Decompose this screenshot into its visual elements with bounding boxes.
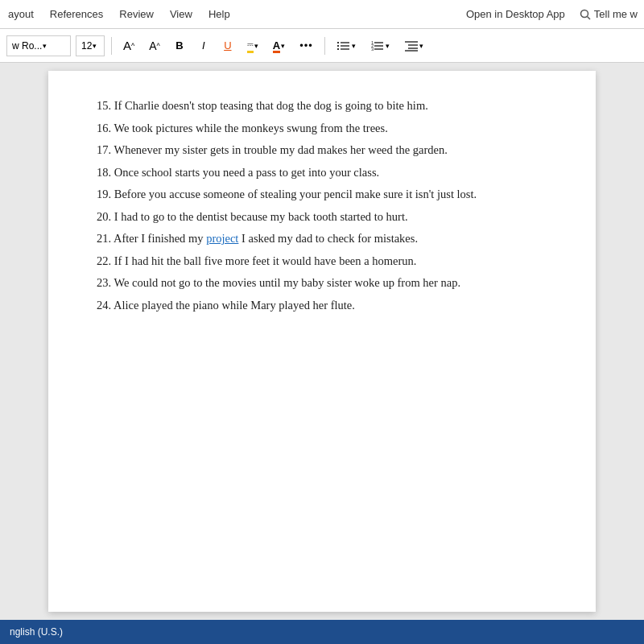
- font-name-dropdown-icon: ▾: [43, 42, 47, 50]
- menu-help[interactable]: Help: [200, 5, 238, 23]
- language-status: nglish (U.S.): [10, 626, 63, 638]
- line-21-project-link[interactable]: project: [206, 232, 238, 245]
- list-style-button-1[interactable]: ▾: [332, 35, 361, 56]
- list-icon-1: [336, 40, 351, 52]
- line-21: 21. After I finished my project I asked …: [97, 228, 547, 250]
- font-name-value: w Ro...: [12, 40, 42, 52]
- document-area: 15. If Charlie doesn't stop teasing that…: [0, 63, 644, 620]
- list-style-button-2[interactable]: 1 2 3 ▾: [365, 35, 394, 56]
- document-page: 15. If Charlie doesn't stop teasing that…: [48, 71, 596, 612]
- line-21-after: I asked my dad to check for mistakes.: [238, 232, 418, 245]
- font-color-dropdown-icon: ▾: [281, 42, 285, 50]
- line-18: 18. Once school starts you need a pass t…: [97, 162, 547, 184]
- font-name-selector[interactable]: w Ro... ▾: [6, 35, 71, 56]
- underline-button[interactable]: U: [218, 35, 237, 56]
- line-17: 17. Whenever my sister gets in trouble m…: [97, 139, 547, 162]
- svg-rect-5: [337, 42, 339, 43]
- font-size-value: 12: [81, 40, 92, 52]
- search-icon: [580, 9, 591, 20]
- line-23: 23. We could not go to the movies until …: [97, 272, 547, 295]
- tell-me-text: Tell me w: [594, 8, 638, 20]
- status-bar: nglish (U.S.): [0, 620, 644, 644]
- shrink-font-button[interactable]: A^: [144, 35, 165, 56]
- indent-button[interactable]: ▾: [399, 35, 428, 56]
- italic-button[interactable]: I: [194, 35, 213, 56]
- grow-font-button[interactable]: A^: [118, 35, 139, 56]
- menu-view[interactable]: View: [162, 5, 200, 23]
- line-21-before: 21. After I finished my: [97, 232, 206, 245]
- highlight-dropdown-icon: ▾: [254, 42, 258, 50]
- menu-bar: ayout References Review View Help Open i…: [0, 0, 644, 29]
- svg-text:3: 3: [371, 47, 374, 52]
- menu-layout[interactable]: ayout: [0, 5, 42, 23]
- line-24: 24. Alice played the piano while Mary pl…: [97, 295, 547, 317]
- line-22: 22. If I had hit the ball five more feet…: [97, 250, 547, 273]
- svg-rect-7: [337, 48, 339, 50]
- toolbar-separator-2: [324, 37, 325, 55]
- line-15: 15. If Charlie doesn't stop teasing that…: [97, 95, 547, 118]
- list-icon-2: 1 2 3: [370, 40, 385, 52]
- more-formatting-button[interactable]: •••: [295, 35, 318, 56]
- bold-button[interactable]: B: [170, 35, 189, 56]
- menu-references[interactable]: References: [42, 5, 111, 23]
- toolbar: w Ro... ▾ 12 ▾ A^ A^ B I U ⎓ ▾ A ▾ ••• ▾: [0, 29, 644, 63]
- font-color-button[interactable]: A ▾: [268, 35, 290, 56]
- highlight-color-button[interactable]: ⎓ ▾: [242, 35, 263, 56]
- menu-review[interactable]: Review: [111, 5, 162, 23]
- indent-icon: [404, 40, 419, 52]
- svg-rect-6: [337, 45, 339, 47]
- open-desktop-button[interactable]: Open in Desktop App: [458, 5, 573, 23]
- svg-point-0: [580, 10, 588, 17]
- toolbar-separator-1: [111, 37, 112, 55]
- font-size-selector[interactable]: 12 ▾: [76, 35, 105, 56]
- line-16: 16. We took pictures while the monkeys s…: [97, 118, 547, 140]
- line-19: 19. Before you accuse someone of stealin…: [97, 184, 547, 206]
- svg-line-1: [587, 16, 590, 19]
- line-20: 20. I had to go to the dentist because m…: [97, 206, 547, 229]
- font-size-dropdown-icon: ▾: [93, 42, 97, 50]
- search-icon-area[interactable]: Tell me w: [573, 8, 644, 20]
